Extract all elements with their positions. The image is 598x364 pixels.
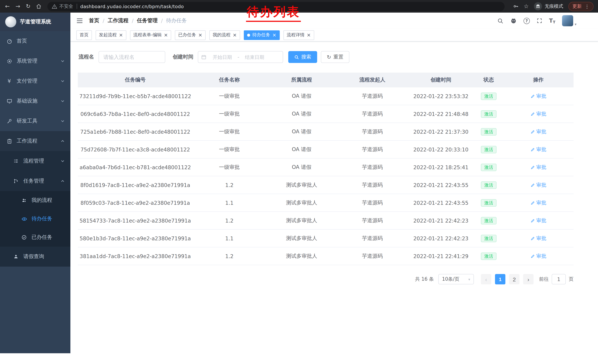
start-date-input[interactable] bbox=[208, 54, 237, 60]
goto-page-input[interactable] bbox=[552, 274, 566, 284]
page-button-2[interactable]: 2 bbox=[509, 274, 519, 284]
help-icon[interactable]: ? bbox=[523, 18, 530, 24]
sidebar-item-done-tasks[interactable]: 已办任务 bbox=[0, 228, 70, 247]
cell-action: 审批 bbox=[503, 182, 573, 188]
search-button[interactable]: 搜索 bbox=[288, 51, 317, 63]
table-row: 381aa1dd-7ac8-11ec-a9e2-a2380e71991a 1.2… bbox=[78, 247, 573, 265]
tab-todo-tasks[interactable]: 待办任务 × bbox=[244, 30, 280, 40]
back-icon[interactable]: ← bbox=[2, 1, 13, 11]
sidebar-item-payment[interactable]: ¥ 支付管理 bbox=[0, 71, 70, 91]
update-button[interactable]: 更新 ⋮ bbox=[568, 2, 594, 11]
cell-create-time: 2022-01-21 22:43:55 bbox=[407, 182, 474, 188]
browser-menu-icon[interactable]: ⋮ bbox=[585, 4, 590, 9]
sidebar-item-leave-query[interactable]: 请假查询 bbox=[0, 247, 70, 267]
sidebar-item-home[interactable]: 首页 bbox=[0, 31, 70, 51]
reload-icon[interactable]: ↻ bbox=[23, 1, 33, 11]
tab-home[interactable]: 首页 bbox=[76, 30, 92, 40]
reset-button[interactable]: ↻ 重置 bbox=[321, 51, 349, 63]
app-title: 芋道管理系统 bbox=[20, 18, 51, 25]
sidebar-item-devtools[interactable]: 研发工具 bbox=[0, 111, 70, 131]
filter-form: 流程名 创建时间 - 搜索 ↻ 重置 bbox=[78, 51, 590, 63]
breadcrumb-task-mgmt[interactable]: 任务管理 bbox=[137, 17, 158, 24]
cell-task-id: 8f0d1619-7ac8-11ec-a9e2-a2380e71991a bbox=[78, 182, 193, 188]
tab-launch-process[interactable]: 发起流程 × bbox=[96, 30, 126, 40]
tab-done-tasks[interactable]: 已办任务 × bbox=[175, 30, 206, 40]
cell-action: 审批 bbox=[503, 199, 573, 206]
people-icon bbox=[21, 198, 27, 203]
search-icon[interactable] bbox=[497, 18, 504, 24]
breadcrumb-workflow[interactable]: 工作流程 bbox=[108, 17, 128, 24]
user-avatar[interactable]: ▾ bbox=[562, 15, 576, 26]
sidebar-item-label: 支付管理 bbox=[17, 78, 37, 84]
tab-my-process[interactable]: 我的流程 × bbox=[209, 30, 240, 40]
approve-button[interactable]: 审批 bbox=[530, 235, 546, 242]
approve-button[interactable]: 审批 bbox=[530, 199, 546, 206]
close-icon[interactable]: × bbox=[307, 32, 311, 37]
approve-button[interactable]: 审批 bbox=[530, 217, 546, 224]
page-button-1[interactable]: 1 bbox=[495, 274, 505, 284]
home-icon[interactable] bbox=[33, 1, 44, 11]
font-size-icon[interactable]: TT bbox=[549, 17, 555, 24]
sidebar-item-system[interactable]: 系统管理 bbox=[0, 51, 70, 71]
app-logo[interactable]: 芋道管理系统 bbox=[0, 13, 70, 31]
cell-status: 激活 bbox=[474, 217, 503, 224]
password-key-icon[interactable] bbox=[513, 3, 519, 9]
sidebar-item-workflow[interactable]: 工作流程 bbox=[0, 131, 70, 151]
cell-initiator: 芋道源码 bbox=[337, 199, 407, 206]
close-icon[interactable]: × bbox=[164, 32, 168, 37]
close-icon[interactable]: × bbox=[272, 32, 276, 37]
forward-icon[interactable]: → bbox=[13, 1, 23, 11]
close-icon[interactable]: × bbox=[198, 32, 202, 37]
incognito-label: 无痕模式 bbox=[545, 3, 563, 9]
wrench-icon bbox=[6, 118, 13, 124]
approve-button[interactable]: 审批 bbox=[530, 93, 546, 99]
sidebar-item-task-mgmt[interactable]: 任务管理 bbox=[0, 171, 70, 191]
process-name-input[interactable] bbox=[99, 51, 165, 63]
sidebar-collapse-icon[interactable] bbox=[76, 18, 83, 24]
tab-process-form-edit[interactable]: 流程表单-编辑 × bbox=[130, 30, 171, 40]
approve-button[interactable]: 审批 bbox=[530, 164, 546, 170]
annotation-overlay: 待办列表 bbox=[246, 4, 301, 22]
breadcrumb-home[interactable]: 首页 bbox=[89, 17, 99, 24]
cell-create-time: 2022-01-22 21:48:48 bbox=[407, 111, 474, 117]
total-count: 共 16 条 bbox=[415, 276, 434, 283]
approve-button[interactable]: 审批 bbox=[530, 128, 546, 135]
close-icon[interactable]: × bbox=[233, 32, 237, 37]
approve-button[interactable]: 审批 bbox=[530, 253, 546, 259]
cell-task-id: 75d72608-7b7f-11ec-a3c8-acde48001122 bbox=[78, 146, 193, 152]
cell-action: 审批 bbox=[503, 164, 573, 170]
end-date-input[interactable] bbox=[240, 54, 269, 60]
sidebar-item-process-mgmt[interactable]: 流程管理 bbox=[0, 151, 70, 171]
next-page-button[interactable]: › bbox=[523, 274, 533, 284]
chevron-down-icon bbox=[61, 59, 65, 63]
page-size-select[interactable]: 10条/页 ▾ bbox=[438, 274, 474, 284]
cell-status: 激活 bbox=[474, 252, 503, 260]
table-row: 73211d9d-7b9b-11ec-b5b7-acde48001122 一级审… bbox=[78, 87, 573, 105]
fullscreen-icon[interactable] bbox=[537, 18, 542, 24]
approve-button[interactable]: 审批 bbox=[530, 111, 546, 117]
sidebar-item-infra[interactable]: 基础设施 bbox=[0, 91, 70, 111]
prev-page-button[interactable]: ‹ bbox=[481, 274, 491, 284]
cell-status: 激活 bbox=[474, 146, 503, 153]
cell-task-name: 1.2 bbox=[193, 182, 266, 188]
cell-action: 审批 bbox=[503, 217, 573, 224]
goto-page: 前往 页 bbox=[539, 274, 573, 284]
active-tab-dot bbox=[247, 33, 250, 36]
cell-status: 激活 bbox=[474, 163, 503, 171]
table-header: 任务编号 任务名称 所属流程 流程发起人 创建时间 状态 操作 bbox=[78, 73, 573, 87]
sidebar-item-todo-tasks[interactable]: 待办任务 bbox=[0, 210, 70, 228]
chevron-down-icon bbox=[61, 119, 65, 123]
date-range-picker[interactable]: - bbox=[198, 51, 283, 63]
sidebar-item-my-process[interactable]: 我的流程 bbox=[0, 191, 70, 210]
close-icon[interactable]: × bbox=[119, 32, 123, 37]
sidebar-item-label: 已办任务 bbox=[32, 234, 52, 241]
col-task-name: 任务名称 bbox=[193, 77, 266, 83]
bookmark-star-icon[interactable]: ☆ bbox=[524, 3, 529, 10]
avatar-image bbox=[562, 15, 573, 26]
approve-button[interactable]: 审批 bbox=[530, 146, 546, 153]
approve-button[interactable]: 审批 bbox=[530, 182, 546, 188]
github-icon[interactable] bbox=[510, 17, 517, 24]
sidebar-item-label: 任务管理 bbox=[23, 178, 44, 184]
tab-process-detail[interactable]: 流程详情 × bbox=[283, 30, 314, 40]
status-badge: 激活 bbox=[481, 199, 497, 206]
